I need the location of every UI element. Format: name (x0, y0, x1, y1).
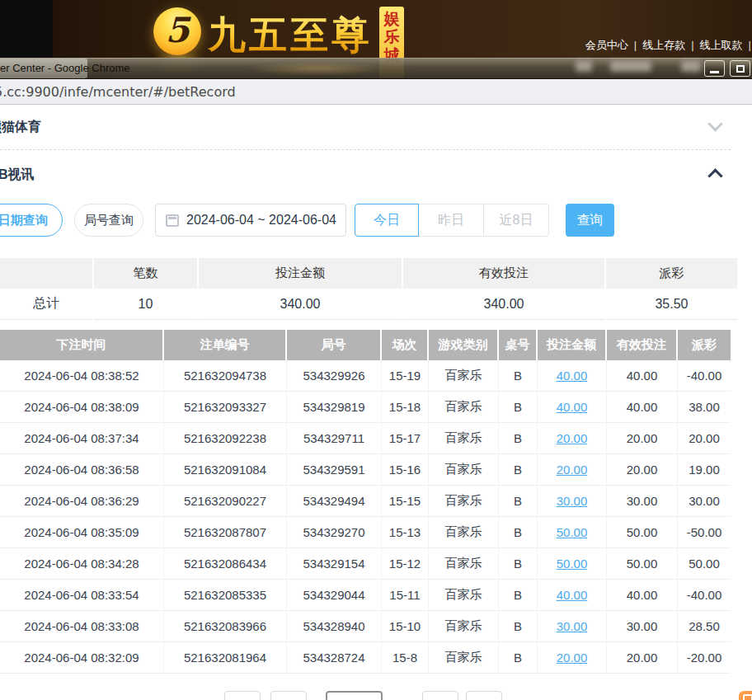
table-cell: 534329154 (287, 548, 382, 580)
table-cell: 2024-06-04 08:35:09 (0, 517, 164, 548)
bet-amount-cell: 50.00 (538, 517, 607, 548)
table-cell: B (499, 642, 538, 674)
table-cell: 2024-06-04 08:38:09 (0, 392, 164, 423)
summary-value-cell: 10 (94, 289, 197, 320)
bet-amount-cell: 40.00 (538, 360, 607, 392)
payout-cell: 30.00 (678, 486, 731, 517)
table-cell: 2024-06-04 08:33:54 (0, 580, 164, 611)
minimize-button[interactable] (704, 60, 725, 77)
table-row: 2024-06-04 08:36:29521632090227534329494… (0, 486, 731, 517)
summary-header-cell: 有效投注 (403, 258, 604, 289)
bet-table-body: 2024-06-04 08:38:52521632094738534329926… (0, 360, 731, 674)
table-cell: 百家乐 (429, 611, 499, 642)
table-cell: 40.00 (607, 392, 678, 423)
bet-amount-link[interactable]: 30.00 (557, 494, 588, 508)
payout-cell: -50.00 (678, 517, 731, 548)
bet-table-header-cell: 派彩 (678, 330, 731, 360)
bet-amount-link[interactable]: 40.00 (557, 369, 588, 383)
table-cell: 521632085335 (164, 580, 287, 611)
summary-header-row: 笔数投注金额有效投注派彩 (0, 258, 731, 289)
table-row: 2024-06-04 08:33:54521632085335534329044… (0, 580, 731, 611)
brand-tag-char: 娱 (384, 10, 400, 27)
bet-amount-link[interactable]: 30.00 (557, 619, 588, 633)
window-title: er Center - Google Chrome (0, 62, 130, 74)
payout-cell: -40.00 (678, 360, 731, 392)
table-cell: 521632094738 (164, 360, 287, 392)
table-cell: B (499, 548, 538, 580)
table-cell: 百家乐 (429, 548, 499, 580)
search-button[interactable]: 查询 (566, 204, 614, 237)
date-query-tab[interactable]: 日期查询 (0, 204, 63, 237)
brand-tag-char: 乐 (384, 28, 400, 45)
pagination-button[interactable] (422, 691, 458, 700)
table-cell: 521632087807 (164, 517, 287, 548)
quick-range-button[interactable]: 昨日 (419, 204, 484, 237)
table-cell: 30.00 (607, 486, 678, 517)
calendar-icon (166, 214, 179, 227)
quick-range-button[interactable]: 今日 (355, 204, 419, 237)
chevron-down-icon (707, 116, 722, 131)
bet-amount-cell: 50.00 (538, 548, 607, 580)
bet-table-header-cell: 局号 (287, 330, 382, 360)
table-cell: 534329494 (287, 486, 382, 517)
pagination-button[interactable] (466, 691, 502, 700)
table-row: 2024-06-04 08:32:09521632081964534328724… (0, 642, 731, 674)
summary-value-cell: 340.00 (199, 289, 402, 320)
table-cell: 20.00 (607, 423, 678, 454)
pagination-page-size-select[interactable] (326, 691, 383, 700)
table-cell: B (499, 454, 538, 486)
section-label: 熊猫体育 (0, 119, 41, 136)
table-cell: B (499, 360, 538, 392)
url-bar[interactable]: 5.cc:9900/infe/mcenter/#/betRecord (0, 79, 752, 105)
round-query-tab[interactable]: 局号查询 (74, 204, 143, 237)
top-nav-link[interactable]: 线上存款 (642, 39, 685, 51)
brand-logo-number: 5 (165, 13, 189, 48)
bet-amount-link[interactable]: 40.00 (557, 400, 588, 414)
minimize-icon (710, 71, 719, 73)
top-nav-link[interactable]: 会员中心 (585, 39, 628, 51)
nav-separator: | (749, 39, 751, 51)
summary-value-cell: 340.00 (403, 289, 604, 320)
summary-header-cell (0, 258, 92, 289)
pagination-button[interactable] (224, 691, 261, 700)
table-cell: 534329926 (287, 360, 382, 392)
table-cell: 534329591 (287, 454, 382, 486)
quick-range-button[interactable]: 近8日 (484, 204, 549, 237)
customer-service-float-button[interactable] (739, 691, 752, 700)
bet-table-header-cell: 注单编号 (164, 330, 287, 360)
quick-range-group: 今日昨日近8日 (355, 204, 549, 237)
table-cell: 534329819 (287, 392, 382, 423)
table-cell: 百家乐 (429, 423, 499, 454)
maximize-button[interactable] (730, 60, 750, 77)
bet-amount-cell: 40.00 (538, 392, 607, 423)
bet-amount-link[interactable]: 20.00 (557, 431, 588, 445)
bet-amount-link[interactable]: 20.00 (557, 463, 588, 477)
date-range-input[interactable]: 2024-06-04 ~ 2024-06-04 (155, 204, 346, 237)
bet-amount-link[interactable]: 40.00 (557, 588, 588, 602)
table-cell: 15-18 (382, 392, 429, 423)
pagination-button[interactable] (270, 691, 307, 700)
nav-separator: | (691, 39, 693, 51)
table-cell: 20.00 (607, 642, 678, 674)
bet-table-header-cell: 场次 (382, 330, 429, 360)
table-cell: 20.00 (607, 454, 678, 486)
bet-amount-link[interactable]: 50.00 (557, 557, 588, 571)
table-cell: 2024-06-04 08:37:34 (0, 423, 164, 454)
censored-text (576, 61, 592, 72)
section-panda-sports[interactable]: 熊猫体育 (0, 105, 731, 150)
bet-table-header-row: 下注时间注单编号局号场次游戏类别桌号投注金额有效投注派彩 (0, 330, 731, 360)
top-nav-link[interactable]: 线上取款 (700, 39, 743, 51)
table-cell: 2024-06-04 08:36:58 (0, 454, 164, 486)
table-cell: 2024-06-04 08:36:29 (0, 486, 164, 517)
url-text[interactable]: 5.cc:9900/infe/mcenter/#/betRecord (0, 84, 236, 100)
table-cell: 50.00 (607, 517, 678, 548)
search-button-label: 查询 (577, 212, 604, 229)
bet-amount-link[interactable]: 20.00 (557, 651, 588, 665)
date-query-label: 日期查询 (0, 213, 48, 228)
section-bb-live[interactable]: B视讯 (0, 151, 731, 199)
table-cell: 534329711 (287, 423, 382, 454)
bet-amount-link[interactable]: 50.00 (557, 525, 588, 539)
table-cell: B (499, 486, 538, 517)
table-row: 2024-06-04 08:38:09521632093327534329819… (0, 392, 731, 423)
table-row: 2024-06-04 08:34:28521632086434534329154… (0, 548, 731, 580)
